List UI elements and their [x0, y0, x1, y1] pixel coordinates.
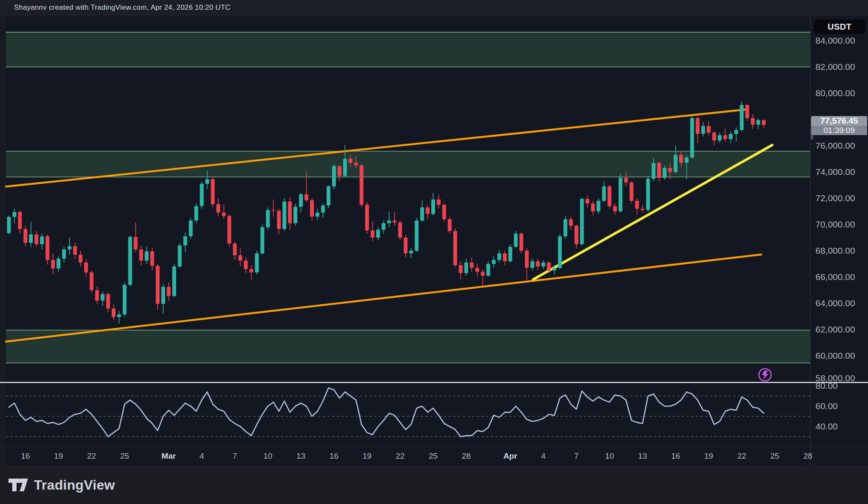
candle-body — [332, 166, 336, 186]
candle-body — [139, 249, 143, 260]
last-price-badge: 77,576.45 01:39:09 — [811, 116, 867, 135]
candle-body — [7, 217, 11, 233]
candle-body — [321, 205, 325, 213]
price-axis-label: 66,000.00 — [815, 272, 855, 282]
candle-body — [382, 223, 386, 230]
time-axis-label: 16 — [329, 451, 338, 460]
candle-body — [266, 210, 270, 227]
candle-body — [635, 201, 639, 209]
candle-body — [547, 263, 551, 271]
candle-body — [498, 253, 501, 260]
time-axis-label: 16 — [671, 451, 680, 460]
footer-bar: TradingView — [0, 466, 868, 504]
candle-body — [211, 179, 215, 204]
rsi-line — [9, 388, 764, 437]
rsi-axis-label: 40.00 — [815, 421, 838, 431]
time-axis-label: 4 — [200, 451, 204, 460]
candle-body — [624, 178, 628, 183]
candle-body — [228, 216, 231, 244]
time-axis-label: 19 — [362, 451, 371, 460]
candle-body — [327, 186, 331, 205]
time-axis-label: 19 — [704, 451, 713, 460]
time-axis-label: 25 — [770, 451, 779, 460]
candle-body — [40, 236, 44, 244]
candle-body — [84, 263, 88, 272]
candle-body — [112, 308, 116, 317]
candle-body — [349, 159, 353, 163]
candle-body — [156, 266, 160, 304]
candle-body — [365, 205, 369, 230]
candle-body — [167, 287, 171, 296]
candle-body — [134, 237, 138, 249]
candle-body — [707, 126, 711, 133]
candle-body — [619, 178, 623, 211]
currency-badge-label: USDT — [828, 22, 851, 32]
candle-body — [729, 134, 733, 139]
currency-badge[interactable]: USDT — [814, 19, 865, 34]
candle-body — [646, 179, 650, 210]
candle-body — [46, 236, 50, 260]
candle-body — [57, 259, 61, 269]
price-axis-label: 60,000.00 — [815, 351, 855, 360]
time-axis-label: 22 — [87, 451, 96, 460]
candle-body — [514, 234, 518, 247]
chart-canvas[interactable]: 84,000.0082,000.0080,000.0078,000.0076,0… — [0, 0, 868, 504]
tradingview-screenshot: Shayannv created with TradingView.com, A… — [0, 0, 868, 504]
candle-body — [564, 219, 568, 236]
candle-body — [272, 210, 275, 211]
candle-body — [740, 105, 744, 130]
candle-body — [608, 186, 612, 206]
candle-body — [398, 222, 402, 238]
candle-body — [657, 163, 661, 178]
rsi-axis-label: 80.00 — [815, 381, 838, 390]
candle-body — [13, 212, 17, 217]
candle-body — [465, 263, 468, 273]
candle-body — [762, 120, 766, 125]
price-axis-label: 82,000.00 — [815, 62, 855, 72]
time-axis-label: 22 — [395, 451, 404, 460]
tradingview-logo[interactable]: TradingView — [8, 476, 115, 493]
candle-body — [310, 200, 314, 217]
price-axis-label: 84,000.00 — [815, 36, 855, 45]
candle-body — [178, 246, 182, 267]
candle-body — [569, 219, 573, 226]
candle-body — [580, 199, 584, 244]
rsi-axis-label: 60.00 — [815, 401, 838, 411]
candle-body — [734, 130, 738, 134]
candle-body — [701, 126, 705, 134]
candle-body — [757, 120, 760, 125]
time-axis-label: Apr — [504, 451, 517, 460]
time-axis-label: 7 — [233, 451, 237, 460]
time-axis-label: 10 — [605, 451, 614, 460]
candle-body — [470, 263, 474, 268]
candle-body — [404, 238, 408, 253]
time-axis-label: 13 — [296, 451, 305, 460]
candle-body — [420, 208, 424, 221]
time-axis-label: 10 — [263, 451, 272, 460]
candle-body — [746, 105, 749, 118]
candle-countdown: 01:39:09 — [811, 126, 867, 135]
candle-body — [200, 184, 204, 206]
candle-body — [387, 221, 391, 223]
candle-body — [597, 201, 601, 211]
candle-body — [630, 183, 634, 201]
candle-body — [542, 263, 545, 266]
price-axis-label: 72,000.00 — [815, 193, 855, 203]
candle-body — [668, 168, 672, 172]
candle-body — [575, 226, 579, 244]
candle-body — [239, 255, 242, 260]
rising-channel-bottom[interactable] — [6, 255, 761, 342]
candle-body — [553, 268, 556, 270]
candle-body — [90, 272, 94, 290]
candle-body — [712, 133, 716, 141]
candle-body — [431, 199, 435, 214]
price-axis-label: 64,000.00 — [815, 298, 855, 308]
candle-body — [591, 203, 595, 211]
candle-body — [690, 118, 694, 158]
candle-body — [531, 261, 534, 268]
candle-body — [117, 314, 121, 317]
candle-body — [277, 210, 281, 229]
candle-body — [195, 206, 198, 221]
candle-body — [294, 207, 298, 223]
time-axis-label: 25 — [120, 451, 129, 460]
